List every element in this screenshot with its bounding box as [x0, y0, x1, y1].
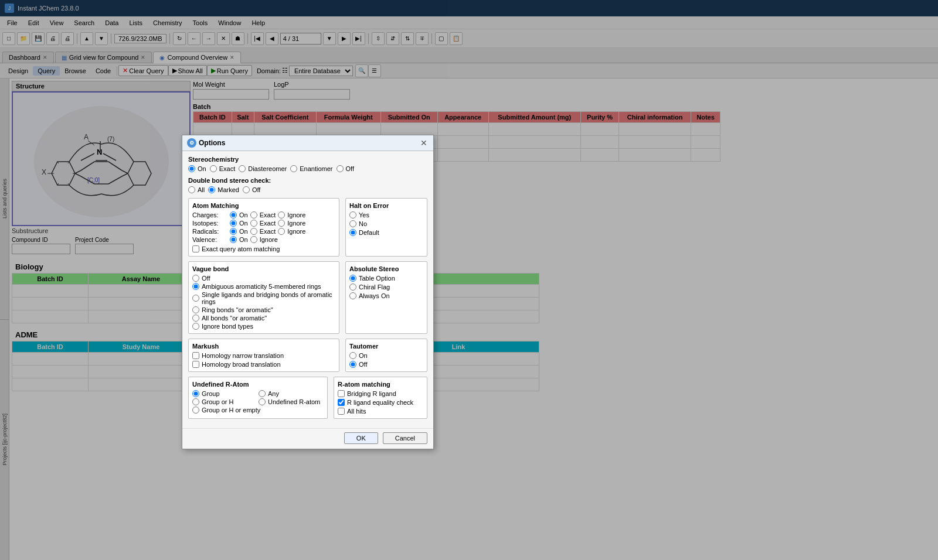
stereo-diastereo-radio[interactable]	[239, 165, 246, 172]
isotopes-ignore[interactable]: Ignore	[278, 220, 305, 227]
stereo-enantiomer[interactable]: Enantiomer	[290, 165, 332, 172]
halt-yes[interactable]: Yes	[349, 211, 369, 218]
dbl-all-radio[interactable]	[188, 186, 195, 193]
dialog-close-btn[interactable]: ✕	[419, 138, 429, 148]
dbl-marked[interactable]: Marked	[208, 186, 239, 193]
markush-narrow-cb[interactable]	[192, 352, 199, 359]
dialog-body: Stereochemistry On Exact Diastereomer En…	[182, 151, 433, 428]
dialog-footer: OK Cancel	[182, 428, 433, 449]
dialog-title-bar: ⚙ Options ✕	[182, 135, 433, 151]
radicals-on[interactable]: On	[230, 228, 248, 235]
vague-ambiguous[interactable]: Ambiguous aromaticity 5-membered rings	[192, 283, 335, 290]
dblbond-section: Double bond stereo check: All Marked Off	[188, 177, 427, 193]
ratom-matching-box: R-atom matching Bridging R ligand R liga…	[334, 377, 427, 419]
vague-absolute-row: Vague bond Off Ambiguous aromaticity 5-m…	[188, 261, 427, 334]
abs-table[interactable]: Table Option	[349, 275, 423, 282]
radicals-exact[interactable]: Exact	[250, 228, 276, 235]
isotopes-label: Isotopes:	[192, 220, 227, 227]
charges-label: Charges:	[192, 211, 227, 218]
undef-grouph[interactable]: Group or H	[192, 398, 257, 405]
charges-on[interactable]: On	[230, 211, 248, 218]
charges-exact[interactable]: Exact	[250, 211, 276, 218]
valence-label: Valence:	[192, 236, 227, 243]
ratom-bridging[interactable]: Bridging R ligand	[338, 390, 423, 397]
options-dialog: ⚙ Options ✕ Stereochemistry On Exact Dia…	[182, 135, 434, 449]
markush-broad[interactable]: Homology broad translation	[192, 361, 335, 368]
vague-off[interactable]: Off	[192, 275, 335, 282]
dbl-off[interactable]: Off	[243, 186, 260, 193]
stereo-section: Stereochemistry On Exact Diastereomer En…	[188, 156, 427, 172]
markush-broad-cb[interactable]	[192, 361, 199, 368]
radicals-row: Radicals: On Exact Ignore	[192, 228, 335, 235]
stereo-off-radio[interactable]	[337, 165, 344, 172]
stereo-on-radio[interactable]	[188, 165, 195, 172]
app-container: J Instant JChem 23.8.0 File Edit View Se…	[0, 0, 938, 560]
halt-box: Halt on Error Yes No Default	[345, 198, 427, 257]
markush-box: Markush Homology narrow translation Homo…	[188, 339, 339, 372]
undef-any[interactable]: Any	[259, 390, 324, 397]
isotopes-exact[interactable]: Exact	[250, 220, 276, 227]
stereo-on[interactable]: On	[188, 165, 206, 172]
radicals-ignore[interactable]: Ignore	[278, 228, 305, 235]
tautomer-box: Tautomer On Off	[345, 339, 427, 372]
absolute-stereo-box: Absolute Stereo Table Option Chiral Flag…	[345, 261, 427, 334]
tautomer-title: Tautomer	[349, 343, 423, 350]
allhits-cb[interactable]	[338, 408, 345, 415]
halt-title: Halt on Error	[349, 202, 423, 209]
exact-query-cb[interactable]	[192, 245, 199, 252]
valence-row: Valence: On Ignore	[192, 236, 335, 243]
exact-query-label[interactable]: Exact query atom matching	[192, 245, 335, 252]
dbl-all[interactable]: All	[188, 186, 205, 193]
stereo-options-row: On Exact Diastereomer Enantiomer Off	[188, 165, 427, 172]
tautomer-off[interactable]: Off	[349, 361, 423, 368]
undef-grouphempty[interactable]: Group or H or empty	[192, 407, 324, 414]
vague-options: Off Ambiguous aromaticity 5-membered rin…	[192, 275, 335, 330]
halt-no[interactable]: No	[349, 220, 367, 227]
exact-query-row: Exact query atom matching	[192, 245, 335, 252]
abs-stereo-options: Table Option Chiral Flag Always On	[349, 275, 423, 299]
stereo-exact[interactable]: Exact	[210, 165, 236, 172]
ratom-title: R-atom matching	[338, 381, 423, 388]
ratom-row: Undefined R-Atom Group Any Group or H Un…	[188, 377, 427, 419]
markush-narrow[interactable]: Homology narrow translation	[192, 352, 335, 359]
abs-always[interactable]: Always On	[349, 292, 423, 299]
markush-title: Markush	[192, 343, 335, 350]
bridging-cb[interactable]	[338, 390, 345, 397]
dialog-title-text: Options	[199, 139, 225, 147]
stereo-exact-radio[interactable]	[210, 165, 217, 172]
radicals-label: Radicals:	[192, 228, 227, 235]
vague-all[interactable]: All bonds "or aromatic"	[192, 315, 335, 322]
dialog-overlay: ⚙ Options ✕ Stereochemistry On Exact Dia…	[0, 0, 938, 560]
tautomer-on[interactable]: On	[349, 352, 423, 359]
ratom-equality[interactable]: R ligand equality check	[338, 399, 423, 406]
halt-default[interactable]: Default	[349, 229, 379, 236]
charges-ignore[interactable]: Ignore	[278, 211, 305, 218]
vague-bond-box: Vague bond Off Ambiguous aromaticity 5-m…	[188, 261, 339, 334]
ok-button[interactable]: OK	[344, 432, 378, 444]
valence-on[interactable]: On	[230, 236, 248, 243]
ratom-allhits[interactable]: All hits	[338, 408, 423, 415]
dbl-off-radio[interactable]	[243, 186, 250, 193]
undef-ratom[interactable]: Undefined R-atom	[259, 398, 324, 405]
stereo-off[interactable]: Off	[337, 165, 354, 172]
vague-ring[interactable]: Ring bonds "or aromatic"	[192, 306, 335, 313]
undef-group[interactable]: Group	[192, 390, 257, 397]
dialog-title-content: ⚙ Options	[187, 138, 225, 148]
stereo-enantiomer-radio[interactable]	[290, 165, 297, 172]
exact-query-text: Exact query atom matching	[202, 245, 280, 252]
dbl-marked-radio[interactable]	[208, 186, 215, 193]
valence-ignore[interactable]: Ignore	[250, 236, 278, 243]
tautomer-options: On Off	[349, 352, 423, 368]
undef-ratom-options: Group Any Group or H Undefined R-atom Gr…	[192, 390, 324, 414]
undefined-ratom-box: Undefined R-Atom Group Any Group or H Un…	[188, 377, 328, 419]
dialog-icon: ⚙	[187, 138, 196, 148]
cancel-button[interactable]: Cancel	[383, 432, 427, 444]
abs-chiral[interactable]: Chiral Flag	[349, 284, 423, 291]
isotopes-on[interactable]: On	[230, 220, 248, 227]
dblbond-row: All Marked Off	[188, 186, 427, 193]
equality-cb[interactable]	[338, 399, 345, 406]
vague-ignore[interactable]: Ignore bond types	[192, 323, 335, 330]
vague-single[interactable]: Single ligands and bridging bonds of aro…	[192, 291, 335, 305]
ratom-options: Bridging R ligand R ligand equality chec…	[338, 390, 423, 415]
stereo-diastereo[interactable]: Diastereomer	[239, 165, 287, 172]
